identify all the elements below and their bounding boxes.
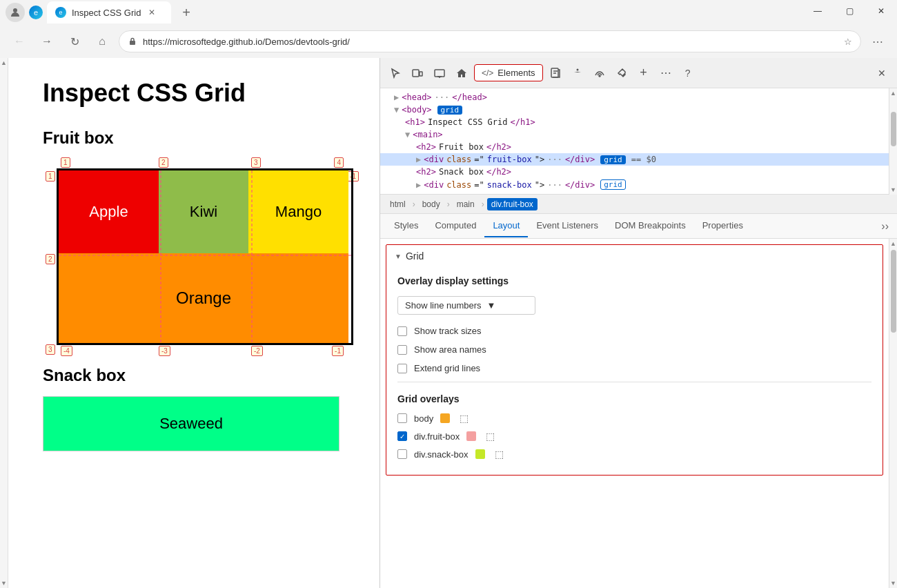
dom-scroll-up[interactable]: ▲ [889, 88, 897, 98]
grid-num-top-3: 3 [251, 157, 261, 168]
close-button[interactable]: ✕ [865, 0, 897, 22]
elements-panel-button[interactable]: </> Elements [474, 64, 543, 81]
lock-icon [128, 37, 137, 46]
grid-num-left-1: 1 [46, 171, 55, 182]
extend-grid-lines-checkbox[interactable] [397, 364, 407, 373]
fruit-color-swatch[interactable] [466, 431, 476, 441]
line-numbers-dropdown[interactable]: Show line numbers ▼ [397, 296, 535, 315]
browser-logo: e [29, 6, 43, 19]
dom-h1-line[interactable]: <h1>Inspect CSS Grid</h1> [380, 116, 889, 128]
snack-color-swatch[interactable] [475, 449, 485, 459]
grid-num-bottom-n2: -2 [251, 346, 263, 356]
more-tools-icon[interactable]: ⋯ [656, 63, 676, 83]
network-icon[interactable] [590, 63, 609, 83]
dom-head-line[interactable]: ▶ <head>···</head> [380, 91, 889, 104]
body-overlay-checkbox[interactable] [397, 413, 407, 423]
extend-grid-lines-row: Extend grid lines [397, 363, 871, 373]
svg-rect-7 [435, 70, 444, 77]
svg-rect-5 [413, 70, 419, 77]
layout-scroll-thumb[interactable] [891, 250, 896, 333]
tab-layout[interactable]: Layout [484, 215, 528, 237]
svg-rect-1 [130, 41, 135, 45]
grid-section-header[interactable]: Grid [386, 245, 883, 267]
grid-num-top-1: 1 [61, 157, 70, 168]
cursor-tool-icon[interactable] [386, 63, 405, 83]
page-scroll-down[interactable]: ▼ [0, 578, 8, 588]
devtools-toolbar: </> Elements + ⋯ ? ✕ [380, 58, 897, 88]
dom-body-line[interactable]: ▼ <body> grid [380, 104, 889, 116]
grid-num-top-2: 2 [159, 157, 168, 168]
body-color-swatch[interactable] [440, 413, 450, 423]
page-scroll-up[interactable]: ▲ [0, 58, 8, 68]
show-area-names-checkbox[interactable] [397, 345, 407, 355]
show-track-sizes-checkbox[interactable] [397, 326, 407, 336]
dom-scroll-thumb[interactable] [891, 112, 896, 146]
fruit-overlay-checkbox[interactable]: ✓ [397, 431, 407, 441]
add-panel-icon[interactable]: + [634, 63, 653, 83]
panel-tabs-more[interactable]: ›› [878, 217, 891, 235]
extensions-button[interactable]: ⋯ [867, 30, 889, 52]
fruit-overlay-view-icon[interactable]: ⬚ [486, 431, 495, 442]
reload-button[interactable]: ↻ [63, 30, 86, 52]
layout-scroll-down[interactable]: ▼ [889, 578, 897, 588]
tab-event-listeners[interactable]: Event Listeners [528, 215, 607, 237]
tab-styles[interactable]: Styles [386, 215, 426, 237]
sources-icon[interactable] [546, 63, 565, 83]
dom-main-line[interactable]: ▼ <main> [380, 128, 889, 141]
home-button[interactable]: ⌂ [91, 30, 113, 52]
kiwi-cell: Kiwi [159, 170, 248, 253]
window-controls: — ▢ ✕ [802, 0, 897, 25]
user-avatar[interactable] [6, 3, 25, 22]
page-title: Inspect CSS Grid [43, 79, 345, 108]
back-button[interactable]: ← [8, 30, 30, 52]
breadcrumb-main[interactable]: main [453, 198, 479, 210]
device-emulation-icon[interactable] [408, 63, 427, 83]
page-scroll-track [0, 68, 8, 578]
accessibility-icon[interactable] [568, 63, 587, 83]
tab-properties[interactable]: Properties [694, 215, 751, 237]
new-tab-button[interactable]: + [175, 1, 197, 23]
forward-button[interactable]: → [36, 30, 58, 52]
tab-close-button[interactable]: ✕ [146, 7, 157, 18]
toggle-screencast-icon[interactable] [430, 63, 449, 83]
fruit-grid-wrapper: 1 2 3 4 1 2 3 -1 -4 -3 -2 -1 Apple Kiwi [57, 168, 345, 345]
url-text: https://microsoftedge.github.io/Demos/de… [143, 37, 838, 47]
show-area-names-row: Show area names [397, 344, 871, 355]
snack-overlay-label: div.snack-box [414, 449, 469, 460]
snack-overlay-view-icon[interactable]: ⬚ [495, 449, 504, 460]
dom-div-fruit-line[interactable]: ▶ <div class="fruit-box">···</div> grid … [380, 153, 889, 166]
devtools-panel: </> Elements + ⋯ ? ✕ [379, 58, 897, 588]
layout-panel-scrollbar: ▲ ▼ [889, 239, 897, 588]
tab-computed[interactable]: Computed [426, 215, 484, 237]
grid-section: Grid Overlay display settings Show line … [386, 244, 883, 476]
customize-icon[interactable] [612, 63, 631, 83]
browser-tab[interactable]: e Inspect CSS Grid ✕ [47, 1, 171, 23]
layout-scroll-up[interactable]: ▲ [889, 239, 897, 248]
maximize-button[interactable]: ▢ [834, 0, 865, 22]
home-devtools-icon[interactable] [452, 63, 471, 83]
svg-point-0 [13, 8, 17, 12]
breadcrumb-body[interactable]: body [418, 198, 444, 210]
star-icon[interactable]: ☆ [844, 37, 852, 47]
show-area-names-label: Show area names [414, 344, 486, 355]
section-divider [397, 382, 871, 382]
fruit-overlay-label: div.fruit-box [414, 431, 460, 442]
dom-h2-snack-line[interactable]: <h2>Snack box</h2> [380, 166, 889, 178]
mango-cell: Mango [248, 170, 348, 253]
dom-tree-scrollbar: ▲ ▼ [889, 88, 897, 195]
minimize-button[interactable]: — [802, 0, 834, 22]
address-bar: ← → ↻ ⌂ https://microsoftedge.github.io/… [0, 25, 897, 58]
help-icon[interactable]: ? [678, 63, 698, 83]
devtools-close-icon[interactable]: ✕ [872, 63, 891, 83]
body-overlay-view-icon[interactable]: ⬚ [460, 413, 469, 424]
dom-h2-fruit-line[interactable]: <h2>Fruit box</h2> [380, 141, 889, 153]
breadcrumb-div-fruit[interactable]: div.fruit-box [487, 198, 538, 210]
dom-scroll-down[interactable]: ▼ [889, 185, 897, 195]
tab-dom-breakpoints[interactable]: DOM Breakpoints [607, 215, 694, 237]
url-bar[interactable]: https://microsoftedge.github.io/Demos/de… [119, 30, 861, 52]
snack-overlay-checkbox[interactable] [397, 449, 407, 459]
dom-div-snack-line[interactable]: ▶ <div class="snack-box">···</div> grid [380, 178, 889, 191]
address-icons: ☆ [844, 37, 852, 47]
extend-grid-lines-label: Extend grid lines [414, 363, 480, 373]
breadcrumb-html[interactable]: html [386, 198, 410, 210]
